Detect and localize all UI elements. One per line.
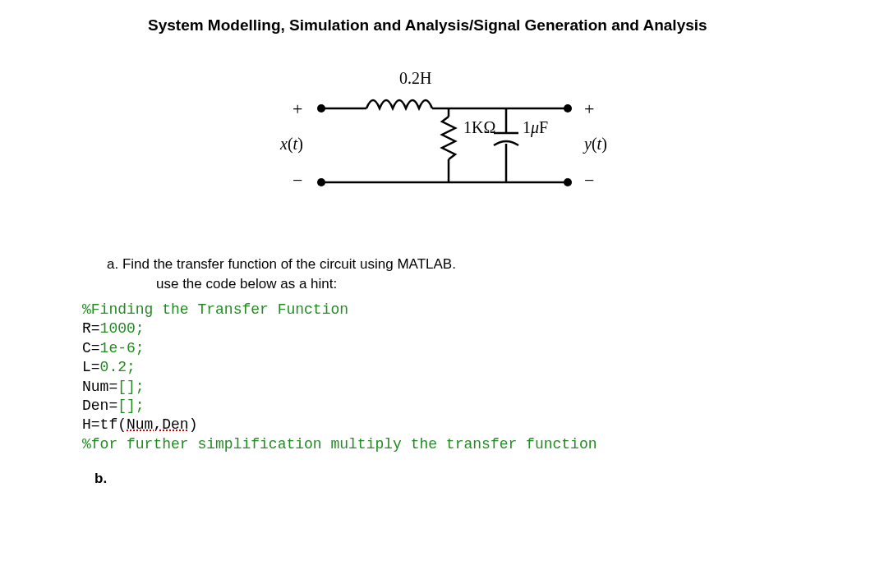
node-top-right [564, 104, 572, 113]
code-block: %Finding the Transfer Function R=1000; C… [82, 301, 807, 454]
input-label: x(t) [279, 135, 303, 154]
minus-right: − [584, 170, 594, 191]
question-a-hint: use the code below as a hint: [156, 276, 807, 292]
capacitor-label: 1μF [523, 118, 548, 137]
question-a: a. Find the transfer function of the cir… [107, 256, 807, 273]
circuit-diagram: 0.2H 1KΩ 1μF + x(t) [260, 67, 629, 215]
code-line: R=1000; [82, 319, 807, 338]
code-line: L=0.2; [82, 358, 807, 377]
plus-left: + [292, 99, 302, 119]
resistor-icon [442, 117, 455, 159]
minus-left: − [292, 170, 302, 191]
inductor-label: 0.2H [399, 69, 431, 87]
resistor-label: 1KΩ [463, 118, 495, 136]
document-title: System Modelling, Simulation and Analysi… [148, 16, 807, 34]
plus-right: + [584, 99, 594, 119]
code-comment: %Finding the Transfer Function [82, 301, 807, 319]
circuit-svg: 0.2H 1KΩ 1μF + x(t) [260, 67, 629, 215]
code-comment: %for further simplification multiply the… [82, 435, 807, 454]
inductor-icon [366, 100, 432, 108]
code-line: C=1e-6; [82, 339, 807, 358]
code-line: Den=[]; [82, 397, 807, 416]
code-line: H=tf(Num,Den) [82, 416, 807, 434]
code-line: Num=[]; [82, 378, 807, 397]
node-bottom-right [564, 178, 572, 186]
part-b-label: b. [94, 471, 807, 487]
output-label: y(t) [583, 135, 607, 154]
